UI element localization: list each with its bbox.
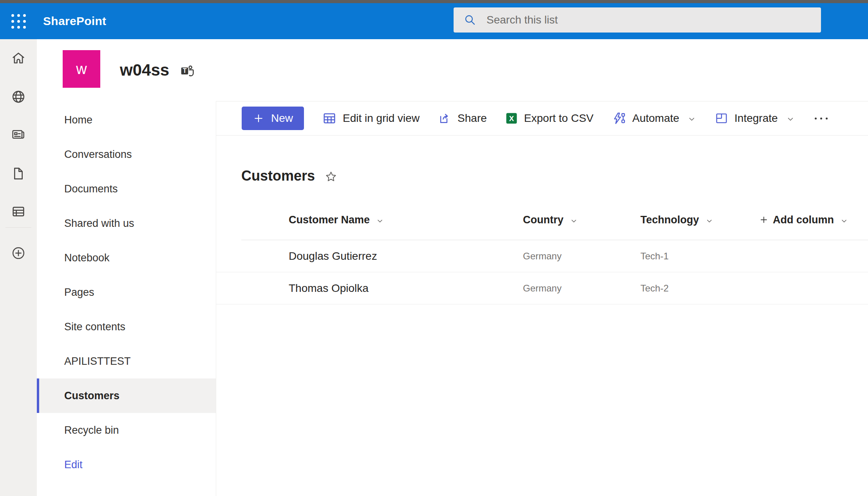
cell-customer-name[interactable]: Thomas Opiolka (289, 272, 369, 304)
add-circle-icon (11, 245, 26, 261)
more-commands-button[interactable] (815, 110, 828, 126)
rail-home-button[interactable] (0, 46, 37, 70)
app-launcher-button[interactable] (0, 3, 37, 39)
add-column-button[interactable]: Add column (759, 210, 848, 230)
waffle-icon (11, 14, 26, 29)
chevron-down-icon (786, 114, 795, 124)
edit-in-grid-view-button[interactable]: Edit in grid view (322, 111, 420, 126)
edit-in-grid-view-label: Edit in grid view (343, 112, 420, 125)
nav-item-apilisttest[interactable]: APILISTTEST (37, 344, 216, 378)
nav-item-notebook[interactable]: Notebook (37, 241, 216, 275)
globe-icon (11, 89, 26, 105)
table-row[interactable]: Douglas Gutierrez Germany Tech-1 (216, 240, 868, 272)
share-icon (438, 111, 452, 125)
automate-flow-icon (611, 111, 626, 126)
nav-item-site-contents[interactable]: Site contents (37, 310, 216, 344)
search-input[interactable] (486, 13, 812, 27)
nav-item-shared-with-us[interactable]: Shared with us (37, 206, 216, 241)
export-to-csv-button[interactable]: X Export to CSV (505, 112, 593, 125)
column-header-country[interactable]: Country (523, 210, 578, 230)
site-logo[interactable]: w (63, 50, 100, 88)
command-bar: New Edit in grid view Share X Export to … (216, 101, 868, 136)
site-header: w w04ss T (37, 39, 868, 101)
cell-country: Germany (523, 272, 562, 304)
new-button-label: New (271, 112, 293, 125)
home-icon (11, 50, 26, 66)
automate-label: Automate (632, 112, 679, 125)
rail-global-button[interactable] (0, 85, 37, 109)
browser-top-strip (0, 0, 868, 3)
nav-item-home[interactable]: Home (37, 103, 216, 137)
nav-edit-link[interactable]: Edit (37, 447, 216, 482)
app-rail (0, 39, 37, 496)
rail-divider (5, 227, 31, 228)
list-view: Customers Customer Name Country Technolo… (216, 136, 868, 496)
plus-icon (759, 215, 769, 225)
site-nav: Home Conversations Documents Shared with… (37, 101, 216, 496)
rail-news-button[interactable] (0, 122, 37, 147)
list-title: Customers (241, 168, 315, 184)
export-to-csv-label: Export to CSV (524, 112, 593, 125)
column-header-technology[interactable]: Technology (640, 210, 714, 230)
cell-country: Germany (523, 240, 562, 272)
suite-bar: SharePoint (0, 3, 868, 39)
integrate-menu-button[interactable]: Integrate (714, 111, 795, 125)
svg-text:X: X (509, 114, 514, 123)
plus-icon (253, 112, 264, 124)
teams-icon: T (179, 63, 195, 79)
integrate-icon (714, 111, 729, 125)
chevron-down-icon (687, 114, 696, 124)
chevron-down-icon (840, 217, 848, 225)
document-icon (11, 166, 26, 181)
cell-technology: Tech-2 (640, 272, 669, 304)
nav-item-documents[interactable]: Documents (37, 172, 216, 206)
automate-menu-button[interactable]: Automate (611, 111, 696, 126)
nav-item-conversations[interactable]: Conversations (37, 137, 216, 172)
rail-create-button[interactable] (0, 241, 37, 265)
nav-item-pages[interactable]: Pages (37, 275, 216, 310)
lists-icon (11, 204, 26, 219)
rail-documents-button[interactable] (0, 161, 37, 186)
share-button[interactable]: Share (438, 111, 487, 125)
more-icon (815, 118, 817, 119)
site-title[interactable]: w04ss (120, 61, 169, 80)
sharepoint-brand-link[interactable]: SharePoint (43, 3, 106, 39)
cell-technology: Tech-1 (640, 240, 669, 272)
nav-item-recycle-bin[interactable]: Recycle bin (37, 413, 216, 447)
integrate-label: Integrate (734, 112, 778, 125)
search-box[interactable] (454, 7, 821, 33)
share-label: Share (458, 112, 487, 125)
column-header-customer-name[interactable]: Customer Name (289, 210, 384, 230)
table-header-row: Customer Name Country Technology Add col… (216, 210, 868, 230)
grid-view-icon (322, 111, 337, 126)
favorite-star-icon[interactable] (324, 170, 338, 183)
search-icon (463, 13, 477, 27)
svg-text:T: T (183, 67, 187, 74)
chevron-down-icon (705, 217, 714, 225)
chevron-down-icon (376, 217, 384, 225)
rail-lists-button[interactable] (0, 199, 37, 224)
news-icon (11, 127, 26, 142)
chevron-down-icon (570, 217, 578, 225)
new-button[interactable]: New (242, 107, 304, 130)
nav-item-customers[interactable]: Customers (37, 378, 216, 413)
excel-icon: X (505, 112, 518, 125)
table-row[interactable]: Thomas Opiolka Germany Tech-2 (216, 272, 868, 304)
cell-customer-name[interactable]: Douglas Gutierrez (289, 240, 377, 272)
